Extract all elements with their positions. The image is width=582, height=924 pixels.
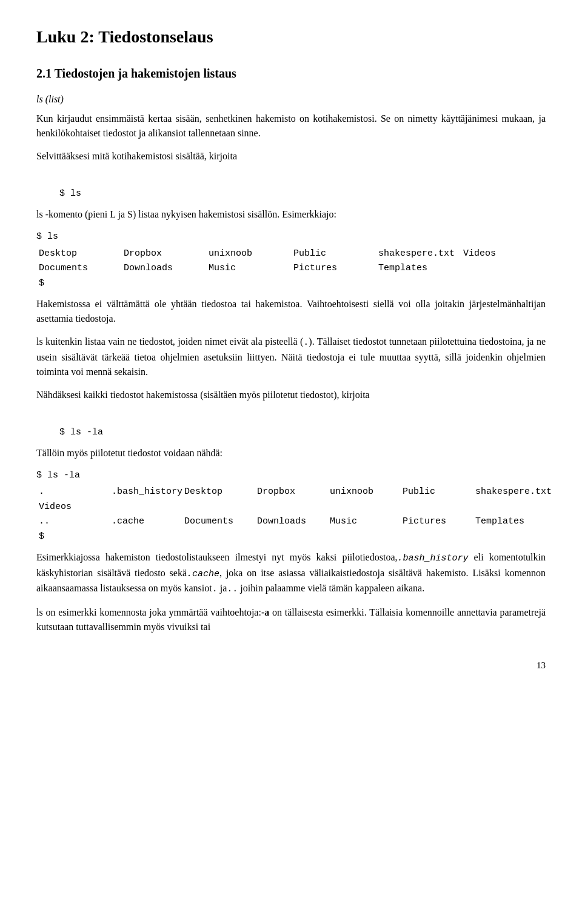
para4-text: Hakemistossa ei välttämättä ole yhtään t…: [36, 299, 546, 324]
chapter-title: Luku 2: Tiedostonselaus: [36, 24, 546, 50]
cell-pictures: Pictures: [291, 261, 376, 276]
cell-documents: Documents: [36, 261, 121, 276]
para8-dot1: .: [212, 584, 218, 594]
cell-public2: Public: [400, 485, 473, 500]
cell-downloads: Downloads: [121, 261, 206, 276]
cell-desktop2: Desktop: [182, 485, 255, 500]
para5-dot: .: [303, 337, 309, 348]
paragraph-5: ls kuitenkin listaa vain ne tiedostot, j…: [36, 334, 546, 379]
cell-videos: Videos: [461, 247, 546, 262]
table-row: $: [36, 530, 546, 545]
table-row: .. .cache Documents Downloads Music Pict…: [36, 514, 546, 530]
cell-documents2: Documents: [182, 514, 255, 530]
example-1: $ ls Desktop Dropbox unixnoob Public sha…: [36, 230, 546, 291]
ls-la-output-table: . .bash_history Desktop Dropbox unixnoob…: [36, 485, 546, 544]
page-number: 13: [36, 659, 546, 673]
paragraph-3: ls -komento (pieni L ja S) listaa nykyis…: [36, 207, 546, 222]
paragraph-4: Hakemistossa ei välttämättä ole yhtään t…: [36, 297, 546, 326]
para1-text: Kun kirjaudut ensimmäistä kertaa sisään,…: [36, 113, 546, 138]
cell-templates: Templates: [376, 261, 461, 276]
cell-dot: .: [36, 485, 109, 500]
para3-text: ls -komento (pieni L ja S) listaa nykyis…: [36, 209, 336, 219]
paragraph-6: Nähdäksesi kaikki tiedostot hakemistossa…: [36, 388, 546, 402]
cell-desktop: Desktop: [36, 247, 121, 262]
para8-ja: ja: [218, 583, 227, 593]
cell-templates2: Templates: [473, 514, 546, 530]
cell-dropbox2: Dropbox: [255, 485, 327, 500]
para8-bash: .bash_history: [397, 553, 468, 563]
cell-public: Public: [291, 247, 376, 262]
para8-part1: Esimerkkiajossa hakemiston tiedostolista…: [36, 552, 397, 562]
code-block-ls: $ ls: [48, 172, 546, 201]
cell-videos2: Videos: [36, 500, 546, 515]
ls-label-text: ls (list): [36, 94, 64, 104]
para9-a: -a: [261, 607, 269, 617]
example2-label: $ ls -la: [36, 469, 546, 483]
code-ls-la-text: $ ls -la: [59, 427, 103, 437]
cell-cache: .cache: [109, 514, 182, 530]
paragraph-7: Tällöin myös piilotetut tiedostot voidaa…: [36, 446, 546, 460]
cell-downloads2: Downloads: [255, 514, 327, 530]
para6-text: Nähdäksesi kaikki tiedostot hakemistossa…: [36, 390, 370, 400]
paragraph-9: ls on esimerkki komennosta joka ymmärtää…: [36, 605, 546, 634]
cell-dollar2: $: [36, 530, 109, 545]
cell-bash-history: .bash_history: [109, 485, 182, 500]
para8-cache: .cache: [187, 569, 219, 579]
para8-dot2: ..: [227, 584, 238, 594]
para8-part4: joihin palaamme vielä tämän kappaleen ai…: [238, 583, 424, 593]
cell-pictures2: Pictures: [400, 514, 473, 530]
cell-empty: [461, 261, 546, 276]
example1-label: $ ls: [36, 230, 546, 244]
cell-dollar1: $: [36, 276, 121, 291]
ls-label: ls (list): [36, 92, 546, 107]
code-ls-text: $ ls: [59, 188, 81, 199]
cell-dotdot: ..: [36, 514, 109, 530]
code-block-ls-la: $ ls -la: [48, 411, 546, 440]
cell-shakespere: shakespere.txt: [376, 247, 461, 262]
table-row: Videos: [36, 500, 546, 515]
table-row: . .bash_history Desktop Dropbox unixnoob…: [36, 485, 546, 500]
para5-part1: ls kuitenkin listaa vain ne tiedostot, j…: [36, 336, 303, 347]
para2-text: Selvittääksesi mitä kotihakemistosi sisä…: [36, 151, 237, 161]
para7-text: Tällöin myös piilotetut tiedostot voidaa…: [36, 448, 222, 458]
paragraph-1: Kun kirjaudut ensimmäistä kertaa sisään,…: [36, 111, 546, 141]
cell-unixnoob: unixnoob: [206, 247, 291, 262]
paragraph-2: Selvittääksesi mitä kotihakemistosi sisä…: [36, 149, 546, 164]
para9-part1: ls on esimerkki komennosta joka ymmärtää…: [36, 607, 261, 617]
cell-unixnoob2: unixnoob: [327, 485, 400, 500]
table-row: Documents Downloads Music Pictures Templ…: [36, 261, 546, 276]
paragraph-8: Esimerkkiajossa hakemiston tiedostolista…: [36, 550, 546, 597]
cell-dropbox: Dropbox: [121, 247, 206, 262]
cell-music2: Music: [327, 514, 400, 530]
example-2: $ ls -la . .bash_history Desktop Dropbox…: [36, 469, 546, 545]
table-row: $: [36, 276, 546, 291]
ls-output-table: Desktop Dropbox unixnoob Public shakespe…: [36, 247, 546, 291]
section-title: 2.1 Tiedostojen ja hakemistojen listaus: [36, 64, 546, 82]
table-row: Desktop Dropbox unixnoob Public shakespe…: [36, 247, 546, 262]
cell-shakespere2: shakespere.txt: [473, 485, 546, 500]
cell-music: Music: [206, 261, 291, 276]
